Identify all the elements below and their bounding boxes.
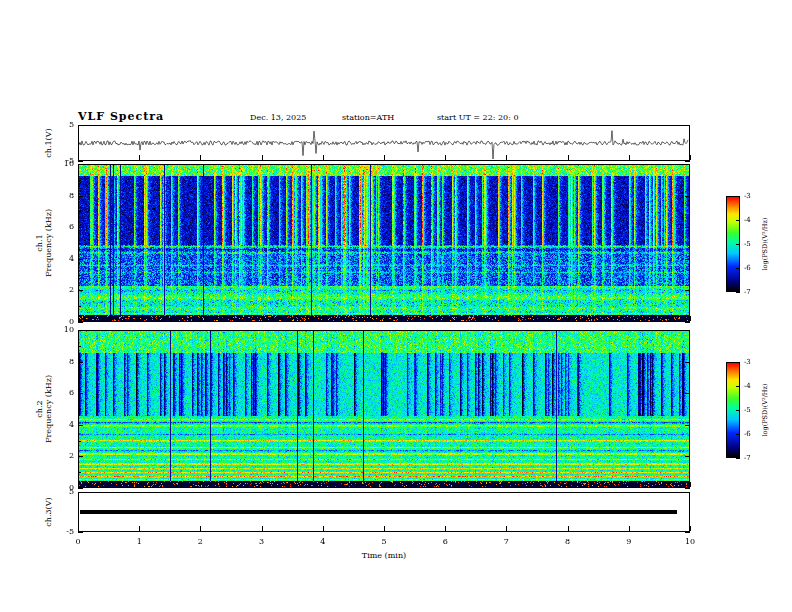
y-tick-label: 4: [52, 420, 74, 429]
y-axis-tick: [685, 322, 690, 323]
x-tick-label: 9: [619, 537, 639, 546]
y-tick-label: 0: [52, 317, 74, 326]
x-tick-label: 10: [680, 537, 700, 546]
ch1-spectrogram-panel: [78, 164, 690, 322]
colorbar-tick-label: -5: [744, 240, 751, 248]
y-axis-tick: [685, 488, 690, 489]
ch1-spec-ylabel: ch.1 Frequency (kHz): [35, 209, 53, 277]
y-tick-label: 10: [52, 159, 74, 168]
vlf-spectra-figure: VLF Spectra Dec. 13, 2025 station=ATH st…: [0, 0, 792, 612]
y-axis-tick: [78, 161, 83, 162]
colorbar-tick-label: -5: [744, 406, 751, 414]
colorbar-tick-label: -6: [744, 264, 751, 272]
x-tick-label: 0: [68, 537, 88, 546]
colorbar-tick-label: -7: [744, 454, 751, 462]
y-tick-label: 6: [52, 222, 74, 231]
ch2-spec-ylabel-line1: ch.2: [35, 375, 44, 443]
colorbar-ch1: [726, 196, 740, 292]
ch1-spec-ylabel-line1: ch.1: [35, 209, 44, 277]
ch2-spectrogram-canvas: [79, 331, 689, 487]
x-axis-tick: [690, 526, 691, 531]
colorbar-tick-label: -4: [744, 382, 751, 390]
y-axis-tick: [78, 488, 83, 489]
colorbar-ch1-label: log(PSD)(V²/Hz): [761, 218, 769, 271]
y-tick-label: 0: [52, 483, 74, 492]
ch3-wave-ylabel: ch.3(V): [44, 497, 53, 526]
x-tick-label: 5: [374, 537, 394, 546]
y-tick-label: -5: [52, 156, 74, 165]
y-tick-label: 5: [52, 120, 74, 129]
x-tick-label: 3: [252, 537, 272, 546]
y-axis-tick: [685, 532, 690, 533]
colorbar-tick-label: -4: [744, 216, 751, 224]
x-tick-label: 2: [190, 537, 210, 546]
y-tick-label: 6: [52, 388, 74, 397]
colorbar-tick-label: -3: [744, 358, 751, 366]
y-tick-label: 8: [52, 191, 74, 200]
ch2-spec-ylabel-line2: Frequency (kHz): [44, 375, 53, 443]
x-axis-tick: [690, 482, 691, 487]
colorbar-ch2: [726, 362, 740, 458]
ch2-spectrogram-panel: [78, 330, 690, 488]
x-axis-tick: [690, 316, 691, 321]
colorbar-tick: [736, 458, 740, 459]
y-tick-label: 10: [52, 325, 74, 334]
x-tick-label: 8: [558, 537, 578, 546]
ch1-wave-ylabel: ch.1(V): [44, 128, 53, 157]
x-tick-label: 6: [435, 537, 455, 546]
x-axis-title: Time (min): [362, 551, 406, 560]
y-tick-label: 5: [52, 487, 74, 496]
y-axis-tick: [78, 322, 83, 323]
station-label: station=ATH: [342, 113, 394, 122]
ch1-spectrogram-canvas: [79, 165, 689, 321]
x-tick-label: 1: [129, 537, 149, 546]
x-axis-tick: [690, 155, 691, 160]
x-tick-label: 4: [313, 537, 333, 546]
ch1-spec-ylabel-line2: Frequency (kHz): [44, 209, 53, 277]
colorbar-tick-label: -3: [744, 192, 751, 200]
y-axis-tick: [685, 161, 690, 162]
x-tick-label: 7: [496, 537, 516, 546]
colorbar-ch2-label: log(PSD)(V²/Hz): [761, 384, 769, 437]
y-tick-label: 8: [52, 357, 74, 366]
y-tick-label: -5: [52, 527, 74, 536]
ch3-flatline: [80, 510, 677, 514]
date-label: Dec. 13, 2025: [250, 113, 306, 122]
ch1-waveform-canvas: [79, 126, 689, 160]
y-tick-label: 2: [52, 285, 74, 294]
figure-title: VLF Spectra: [78, 110, 164, 123]
y-axis-tick: [78, 532, 83, 533]
ch1-waveform-panel: [78, 125, 690, 161]
y-tick-label: 4: [52, 254, 74, 263]
colorbar-tick-label: -6: [744, 430, 751, 438]
colorbar-tick: [736, 292, 740, 293]
ch3-waveform-panel: [78, 492, 690, 532]
y-tick-label: 2: [52, 451, 74, 460]
start-ut-label: start UT = 22: 20: 0: [437, 113, 518, 122]
colorbar-tick-label: -7: [744, 288, 751, 296]
ch2-spec-ylabel: ch.2 Frequency (kHz): [35, 375, 53, 443]
